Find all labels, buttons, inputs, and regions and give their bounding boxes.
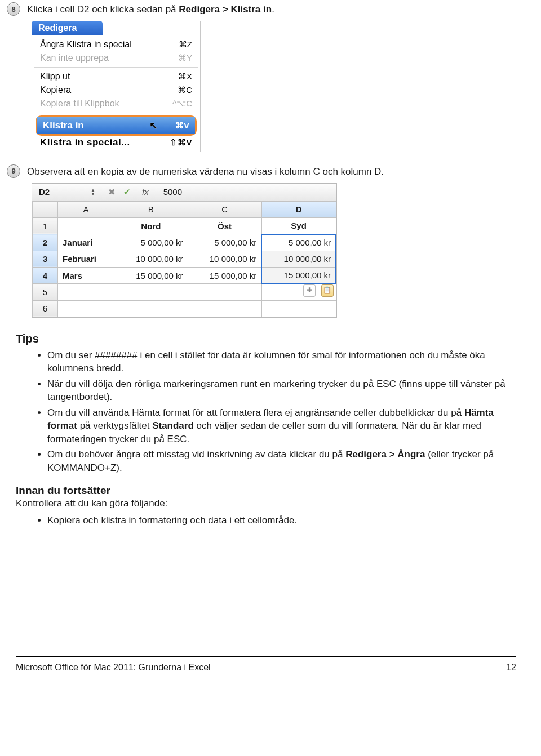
menu-separator (34, 113, 198, 113)
cell[interactable] (58, 284, 114, 301)
menu-item-undo[interactable]: Ångra Klistra in special ⌘Z (32, 38, 200, 51)
menu-item-label: Ångra Klistra in special (40, 39, 132, 50)
step-9: 9 Observera att en kopia av de numeriska… (7, 164, 525, 179)
cell-selected[interactable]: 15 000,00 kr (261, 267, 336, 284)
corner-cell[interactable] (33, 201, 58, 217)
menu-item-paste-special[interactable]: Klistra in special... ⇧⌘V (32, 136, 200, 152)
step-number-8: 8 (7, 2, 20, 16)
list-item: Om du vill använda Hämta format för att … (47, 406, 525, 446)
edit-menu: Redigera Ångra Klistra in special ⌘Z Kan… (32, 21, 201, 152)
name-box-value: D2 (39, 187, 50, 197)
cell-grid[interactable]: A B C D 1 Nord Öst Syd 2 Januari 5 000,0… (32, 201, 336, 317)
menu-item-shortcut: ⌘X (178, 72, 192, 82)
row-header[interactable]: 3 (33, 251, 58, 267)
menu-item-shortcut: ⌘Z (179, 39, 192, 50)
cell[interactable]: Öst (188, 217, 261, 234)
cell[interactable]: Januari (58, 234, 114, 251)
row-header[interactable]: 6 (33, 300, 58, 317)
tips-heading: Tips (16, 332, 525, 345)
paste-options-icon[interactable]: ✚ (303, 284, 316, 297)
text-bold: Redigera > Ångra (345, 449, 425, 460)
step-8: 8 Klicka i cell D2 och klicka sedan på R… (7, 2, 525, 16)
formula-value[interactable]: 5000 (163, 187, 182, 197)
cell-active[interactable]: 5 000,00 kr (261, 234, 336, 251)
col-header-b[interactable]: B (114, 201, 188, 217)
cell[interactable]: 5 000,00 kr (114, 234, 188, 251)
list-item: Om du behöver ångra ett misstag vid insk… (47, 448, 525, 474)
menu-item-label: Klipp ut (40, 72, 70, 82)
menu-item-shortcut: ⌘Y (178, 53, 192, 63)
table-row: 5 ✚ 📋 (33, 284, 336, 301)
menu-item-label: Klistra in (43, 120, 84, 131)
menu-item-shortcut: ⌘V (175, 121, 189, 131)
menu-item-shortcut: ^⌥C (172, 99, 192, 109)
menu-item-copy-scrapbook: Kopiera till Klippbok ^⌥C (32, 97, 200, 110)
column-headers: A B C D (33, 201, 336, 217)
table-row: 4 Mars 15 000,00 kr 15 000,00 kr 15 000,… (33, 267, 336, 284)
cell[interactable]: 10 000,00 kr (114, 251, 188, 267)
cell[interactable] (261, 300, 336, 317)
spreadsheet: D2 ▲▼ ✖ ✔ fx 5000 A B C D 1 Nord Ös (32, 183, 337, 318)
tips-list: Om du ser ######## i en cell i stället f… (47, 349, 525, 474)
menu-item-copy[interactable]: Kopiera ⌘C (32, 83, 200, 97)
cell[interactable] (114, 300, 188, 317)
menu-item-paste-highlight: Klistra in ↖ ⌘V (36, 115, 197, 136)
table-row: 6 (33, 300, 336, 317)
menu-item-label: Klistra in special... (40, 137, 130, 148)
row-header[interactable]: 1 (33, 217, 58, 234)
cell[interactable] (58, 300, 114, 317)
menu-item-cut[interactable]: Klipp ut ⌘X (32, 70, 200, 83)
menu-item-paste[interactable]: Klistra in ↖ ⌘V (37, 117, 195, 134)
row-header[interactable]: 4 (33, 267, 58, 284)
col-header-d[interactable]: D (261, 201, 336, 217)
cell[interactable]: ✚ 📋 (261, 284, 336, 301)
formula-bar: D2 ▲▼ ✖ ✔ fx 5000 (32, 184, 336, 201)
step-number-9: 9 (7, 164, 20, 178)
text: på verktygsfältet (77, 420, 152, 431)
before-continue-sub: Kontrollera att du kan göra följande: (16, 498, 525, 509)
cell[interactable]: 5 000,00 kr (188, 234, 261, 251)
name-box-stepper[interactable]: ▲▼ (91, 188, 95, 196)
menu-separator (34, 67, 198, 68)
menu-item-redo: Kan inte upprepa ⌘Y (32, 51, 200, 65)
row-header[interactable]: 2 (33, 234, 58, 251)
fx-icon[interactable]: fx (142, 187, 149, 197)
step-8-bold: Redigera > Klistra in (179, 4, 272, 15)
menu-title: Redigera (32, 21, 103, 35)
cell[interactable]: 15 000,00 kr (188, 267, 261, 284)
row-header[interactable]: 5 (33, 284, 58, 301)
table-row: 2 Januari 5 000,00 kr 5 000,00 kr 5 000,… (33, 234, 336, 251)
cell[interactable]: Mars (58, 267, 114, 284)
step-8-post: . (272, 4, 274, 15)
menu-item-label: Kan inte upprepa (40, 53, 109, 63)
footer-page: 12 (506, 662, 516, 673)
menu-item-shortcut: ⌘C (178, 85, 192, 95)
footer-title: Microsoft Office för Mac 2011: Grunderna… (16, 662, 211, 673)
step-8-text: Klicka i cell D2 och klicka sedan på Red… (27, 2, 274, 16)
list-item: Kopiera och klistra in formatering och d… (47, 514, 525, 527)
list-item: När du vill dölja den rörliga markerings… (47, 377, 525, 404)
menu-item-shortcut: ⇧⌘V (170, 137, 192, 148)
cell[interactable]: 15 000,00 kr (114, 267, 188, 284)
confirm-icon[interactable]: ✔ (123, 187, 131, 197)
cell[interactable] (58, 217, 114, 234)
menu-item-label: Kopiera till Klippbok (40, 99, 119, 109)
before-continue-heading: Innan du fortsätter (16, 484, 525, 497)
page-footer: Microsoft Office för Mac 2011: Grunderna… (16, 656, 516, 684)
col-header-c[interactable]: C (188, 201, 261, 217)
table-row: 1 Nord Öst Syd (33, 217, 336, 234)
cell[interactable] (114, 284, 188, 301)
cell[interactable]: 10 000,00 kr (188, 251, 261, 267)
text: Om du vill använda Hämta format för att … (47, 407, 464, 418)
col-header-a[interactable]: A (58, 201, 114, 217)
cell[interactable]: Nord (114, 217, 188, 234)
cell[interactable]: Syd (261, 217, 336, 234)
cell[interactable] (188, 300, 261, 317)
clipboard-icon[interactable]: 📋 (321, 284, 334, 297)
cancel-icon[interactable]: ✖ (108, 187, 116, 197)
cell[interactable]: Februari (58, 251, 114, 267)
cell[interactable] (188, 284, 261, 301)
cell-selected[interactable]: 10 000,00 kr (261, 251, 336, 267)
menu-item-label: Kopiera (40, 85, 71, 95)
name-box[interactable]: D2 ▲▼ (32, 184, 100, 201)
